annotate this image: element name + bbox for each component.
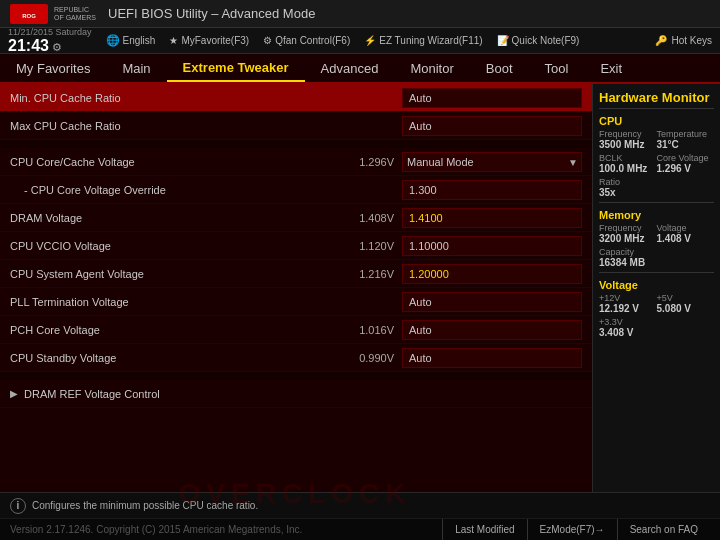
cpu-core-cache-voltage-label: CPU Core/Cache Voltage bbox=[10, 156, 344, 168]
footer-version: Version 2.17.1246. Copyright (C) 2015 Am… bbox=[10, 524, 302, 535]
mem-capacity-row: Capacity 16384 MB bbox=[599, 247, 714, 268]
pll-termination-voltage-input[interactable] bbox=[402, 292, 582, 312]
spacer-2 bbox=[0, 372, 592, 380]
hot-keys-button[interactable]: 🔑 Hot Keys bbox=[655, 35, 712, 46]
time: 21:43 bbox=[8, 37, 49, 54]
mem-freq-voltage-row: Frequency 3200 MHz Voltage 1.408 V bbox=[599, 223, 714, 244]
hot-keys-icon: 🔑 bbox=[655, 35, 667, 46]
pch-core-voltage-row: PCH Core Voltage 1.016V bbox=[0, 316, 592, 344]
nav-main[interactable]: Main bbox=[106, 54, 166, 82]
qfan-control-shortcut[interactable]: ⚙ Qfan Control(F6) bbox=[263, 35, 350, 46]
voltage-12v-5v-row: +12V 12.192 V +5V 5.080 V bbox=[599, 293, 714, 314]
pch-core-voltage-label: PCH Core Voltage bbox=[10, 324, 344, 336]
cpu-vccio-voltage-row: CPU VCCIO Voltage 1.120V bbox=[0, 232, 592, 260]
voltage-33v-item: +3.3V 3.408 V bbox=[599, 317, 714, 338]
dram-voltage-input[interactable] bbox=[402, 208, 582, 228]
cpu-freq-label: Frequency bbox=[599, 129, 657, 139]
mem-voltage-item: Voltage 1.408 V bbox=[657, 223, 715, 244]
quick-note-shortcut[interactable]: 📝 Quick Note(F9) bbox=[497, 35, 580, 46]
dram-voltage-label: DRAM Voltage bbox=[10, 212, 344, 224]
mem-voltage-value: 1.408 V bbox=[657, 233, 715, 244]
cpu-ratio-row: Ratio 35x bbox=[599, 177, 714, 198]
nav-advanced[interactable]: Advanced bbox=[305, 54, 395, 82]
favorite-label: MyFavorite(F3) bbox=[181, 35, 249, 46]
my-favorite-shortcut[interactable]: ★ MyFavorite(F3) bbox=[169, 35, 249, 46]
nav-boot[interactable]: Boot bbox=[470, 54, 529, 82]
min-cpu-cache-ratio-label: Min. CPU Cache Ratio bbox=[10, 92, 402, 104]
settings-gear-icon[interactable]: ⚙ bbox=[52, 41, 62, 53]
quick-note-label: Quick Note(F9) bbox=[512, 35, 580, 46]
dram-voltage-row: DRAM Voltage 1.408V bbox=[0, 204, 592, 232]
nav-tool[interactable]: Tool bbox=[529, 54, 585, 82]
search-faq-button[interactable]: Search on FAQ bbox=[617, 519, 710, 541]
cpu-temp-label: Temperature bbox=[657, 129, 715, 139]
cpu-bclk-value: 100.0 MHz bbox=[599, 163, 657, 174]
status-bar: 11/21/2015 Saturday 21:43 ⚙ 🌐 English ★ … bbox=[0, 28, 720, 54]
mem-capacity-label: Capacity bbox=[599, 247, 714, 257]
cpu-system-agent-voltage-current: 1.216V bbox=[344, 268, 394, 280]
cpu-ratio-value: 35x bbox=[599, 187, 714, 198]
footer: Version 2.17.1246. Copyright (C) 2015 Am… bbox=[0, 518, 720, 540]
cpu-core-voltage-hw-label: Core Voltage bbox=[657, 153, 715, 163]
cpu-core-cache-voltage-row: CPU Core/Cache Voltage 1.296V Manual Mod… bbox=[0, 148, 592, 176]
cpu-standby-voltage-input[interactable] bbox=[402, 348, 582, 368]
memory-section-header: Memory bbox=[599, 209, 714, 221]
cpu-core-voltage-item: Core Voltage 1.296 V bbox=[657, 153, 715, 174]
cpu-standby-voltage-row: CPU Standby Voltage 0.990V bbox=[0, 344, 592, 372]
voltage-5v-label: +5V bbox=[657, 293, 715, 303]
nav-bar: My Favorites Main Extreme Tweaker Advanc… bbox=[0, 54, 720, 84]
info-icon: i bbox=[10, 498, 26, 514]
mem-freq-value: 3200 MHz bbox=[599, 233, 657, 244]
max-cpu-cache-ratio-label: Max CPU Cache Ratio bbox=[10, 120, 402, 132]
divider-1 bbox=[599, 202, 714, 203]
dram-ref-voltage-label: DRAM REF Voltage Control bbox=[24, 388, 160, 400]
nav-monitor[interactable]: Monitor bbox=[394, 54, 469, 82]
cpu-bclk-item: BCLK 100.0 MHz bbox=[599, 153, 657, 174]
cpu-vccio-voltage-input[interactable] bbox=[402, 236, 582, 256]
content-area: Min. CPU Cache Ratio Max CPU Cache Ratio… bbox=[0, 84, 592, 492]
last-modified-button[interactable]: Last Modified bbox=[442, 519, 526, 541]
main-layout: Min. CPU Cache Ratio Max CPU Cache Ratio… bbox=[0, 84, 720, 492]
cpu-core-voltage-override-label: - CPU Core Voltage Override bbox=[10, 184, 402, 196]
voltage-33v-label: +3.3V bbox=[599, 317, 714, 327]
info-text: Configures the minimum possible CPU cach… bbox=[32, 500, 258, 511]
ezmode-button[interactable]: EzMode(F7)→ bbox=[527, 519, 617, 541]
bios-title: UEFI BIOS Utility – Advanced Mode bbox=[108, 6, 315, 21]
hardware-monitor-title: Hardware Monitor bbox=[599, 90, 714, 109]
pch-core-voltage-input[interactable] bbox=[402, 320, 582, 340]
rog-text: REPUBLICOF GAMERS bbox=[54, 6, 96, 21]
cpu-system-agent-voltage-input[interactable] bbox=[402, 264, 582, 284]
cpu-core-voltage-override-input[interactable] bbox=[402, 180, 582, 200]
min-cpu-cache-ratio-row: Min. CPU Cache Ratio bbox=[0, 84, 592, 112]
voltage-12v-label: +12V bbox=[599, 293, 657, 303]
qfan-icon: ⚙ bbox=[263, 35, 272, 46]
pll-termination-voltage-row: PLL Termination Voltage bbox=[0, 288, 592, 316]
language-select[interactable]: 🌐 English bbox=[106, 34, 156, 47]
spacer-1 bbox=[0, 140, 592, 148]
favorite-icon: ★ bbox=[169, 35, 178, 46]
nav-exit[interactable]: Exit bbox=[584, 54, 638, 82]
language-globe-icon: 🌐 bbox=[106, 34, 120, 47]
dram-ref-voltage-row[interactable]: ▶ DRAM REF Voltage Control bbox=[0, 380, 592, 408]
date: 11/21/2015 Saturday bbox=[8, 27, 92, 37]
cpu-vccio-voltage-label: CPU VCCIO Voltage bbox=[10, 240, 344, 252]
cpu-core-cache-voltage-dropdown[interactable]: Manual Mode Auto Offset Mode bbox=[402, 152, 582, 172]
nav-my-favorites[interactable]: My Favorites bbox=[0, 54, 106, 82]
mem-freq-label: Frequency bbox=[599, 223, 657, 233]
nav-extreme-tweaker[interactable]: Extreme Tweaker bbox=[167, 54, 305, 82]
cpu-bclk-corevoltage-row: BCLK 100.0 MHz Core Voltage 1.296 V bbox=[599, 153, 714, 174]
cpu-core-voltage-hw-value: 1.296 V bbox=[657, 163, 715, 174]
cpu-standby-voltage-label: CPU Standby Voltage bbox=[10, 352, 344, 364]
max-cpu-cache-ratio-input[interactable] bbox=[402, 116, 582, 136]
cpu-ratio-item: Ratio 35x bbox=[599, 177, 714, 198]
min-cpu-cache-ratio-input[interactable] bbox=[402, 88, 582, 108]
title-bar: ROG REPUBLICOF GAMERS UEFI BIOS Utility … bbox=[0, 0, 720, 28]
cpu-temp-value: 31°C bbox=[657, 139, 715, 150]
dram-voltage-current: 1.408V bbox=[344, 212, 394, 224]
hardware-monitor-sidebar: Hardware Monitor CPU Frequency 3500 MHz … bbox=[592, 84, 720, 492]
mem-voltage-label: Voltage bbox=[657, 223, 715, 233]
footer-actions: Last Modified EzMode(F7)→ Search on FAQ bbox=[442, 519, 710, 541]
voltage-12v-item: +12V 12.192 V bbox=[599, 293, 657, 314]
datetime: 11/21/2015 Saturday 21:43 ⚙ bbox=[8, 27, 92, 55]
ez-tuning-shortcut[interactable]: ⚡ EZ Tuning Wizard(F11) bbox=[364, 35, 482, 46]
